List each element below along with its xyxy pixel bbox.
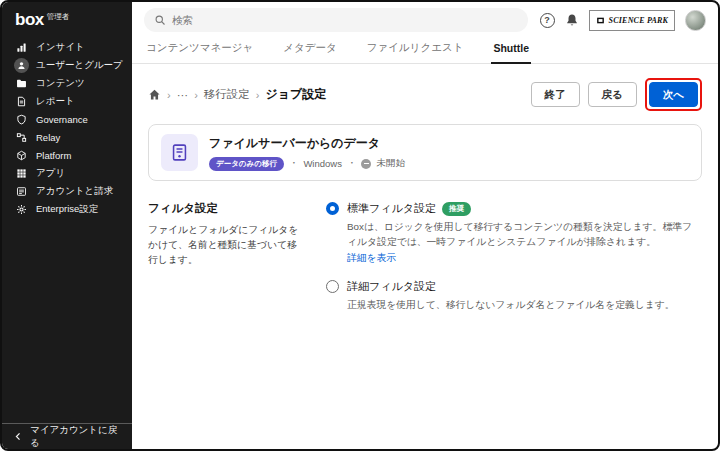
sidebar-item-label: アプリ — [36, 167, 65, 180]
sidebar-item-content[interactable]: コンテンツ — [2, 74, 132, 92]
breadcrumb-chevron: › — [167, 89, 171, 101]
org-logo-mark — [596, 16, 605, 25]
next-button[interactable]: 次へ — [649, 82, 698, 107]
meta-separator: ・ — [347, 157, 357, 170]
topbar-right: ? SCIENCE PARK — [540, 10, 706, 31]
users-icon — [14, 58, 29, 73]
sidebar-item-label: アカウントと請求 — [36, 185, 113, 198]
tabbar: コンテンツマネージャ メタデータ ファイルリクエスト Shuttle — [132, 38, 718, 64]
box-logo: box 管理者 — [2, 2, 132, 32]
workflow-icon — [14, 130, 29, 145]
advanced-filter-head: 詳細フィルタ設定 — [347, 279, 675, 294]
red-annotation-box: 次へ — [645, 78, 702, 111]
sidebar-item-enterprise-settings[interactable]: Enterprise設定 — [2, 200, 132, 218]
filter-options: 標準フィルタ設定 推奨 Boxは、ロジックを使用して移行するコンテンツの種類を決… — [326, 201, 702, 313]
sidebar: box 管理者 インサイト ユーザーとグループ コンテンツ — [2, 2, 132, 449]
advanced-filter-label[interactable]: 詳細フィルタ設定 — [347, 279, 436, 294]
sidebar-item-label: Platform — [36, 150, 71, 161]
filter-settings-label: フィルタ設定 — [148, 201, 300, 216]
standard-filter-label[interactable]: 標準フィルタ設定 — [347, 201, 436, 216]
page-content: › ··· › 移行設定 › ジョブ設定 終了 戻る 次へ — [132, 64, 718, 449]
job-status: 未開始 — [376, 157, 405, 170]
sidebar-item-insights[interactable]: インサイト — [2, 38, 132, 56]
sidebar-item-label: Governance — [36, 114, 88, 125]
breadcrumb-current: ジョブ設定 — [266, 86, 327, 103]
tab-metadata[interactable]: メタデータ — [281, 41, 338, 63]
sidebar-item-label: インサイト — [36, 41, 85, 54]
breadcrumb-chevron: › — [256, 89, 260, 101]
sidebar-item-label: コンテンツ — [36, 77, 85, 90]
migration-type-badge: データのみの移行 — [209, 157, 284, 171]
home-icon[interactable] — [148, 88, 161, 101]
search-icon — [154, 14, 166, 26]
job-meta: データのみの移行 ・ Windows ・ 未開始 — [209, 157, 405, 171]
search-box[interactable] — [144, 8, 528, 32]
back-to-my-account-label: マイアカウントに戻る — [30, 424, 121, 450]
topbar: ? SCIENCE PARK — [132, 2, 718, 38]
admin-console-window: box 管理者 インサイト ユーザーとグループ コンテンツ — [0, 0, 720, 451]
report-icon — [14, 94, 29, 109]
back-to-my-account[interactable]: マイアカウントに戻る — [2, 423, 132, 449]
standard-filter-option: 標準フィルタ設定 推奨 Boxは、ロジックを使用して移行するコンテンツの種類を決… — [326, 201, 702, 265]
sidebar-item-platform[interactable]: Platform — [2, 146, 132, 164]
main-area: ? SCIENCE PARK コンテンツマネージャ メタデータ ファイルリクエス… — [132, 2, 718, 449]
org-name: SCIENCE PARK — [609, 16, 668, 25]
sidebar-item-billing[interactable]: アカウントと請求 — [2, 182, 132, 200]
standard-filter-description: Boxは、ロジックを使用して移行するコンテンツの種類を決定します。標準フィルタ設… — [347, 220, 702, 249]
sidebar-item-label: レポート — [36, 95, 75, 108]
folder-icon — [14, 76, 29, 91]
breadcrumb-row: › ··· › 移行設定 › ジョブ設定 終了 戻る 次へ — [148, 78, 702, 111]
file-server-icon — [161, 134, 198, 171]
billing-icon — [14, 184, 29, 199]
box-logo-text: box — [15, 11, 44, 28]
search-input[interactable] — [172, 14, 518, 26]
sidebar-item-governance[interactable]: Governance — [2, 110, 132, 128]
action-buttons: 終了 戻る 次へ — [531, 78, 703, 111]
show-details-link[interactable]: 詳細を表示 — [347, 252, 702, 265]
job-platform: Windows — [303, 158, 342, 169]
gear-icon — [14, 202, 29, 217]
recommended-badge: 推奨 — [442, 202, 471, 216]
sidebar-item-apps[interactable]: アプリ — [2, 164, 132, 182]
breadcrumb-ellipsis[interactable]: ··· — [177, 89, 189, 101]
insights-icon — [14, 40, 29, 55]
sidebar-item-users-groups[interactable]: ユーザーとグループ — [2, 56, 132, 74]
status-not-started-icon — [361, 159, 371, 169]
chevron-left-icon — [13, 431, 24, 442]
breadcrumb-chevron: › — [194, 89, 198, 101]
sidebar-item-label: ユーザーとグループ — [36, 59, 123, 72]
back-button[interactable]: 戻る — [588, 82, 637, 107]
job-card-body: ファイルサーバーからのデータ データのみの移行 ・ Windows ・ 未開始 — [209, 135, 405, 171]
standard-filter-head: 標準フィルタ設定 推奨 — [347, 201, 702, 216]
breadcrumb: › ··· › 移行設定 › ジョブ設定 — [148, 86, 326, 103]
filter-settings-left: フィルタ設定 ファイルとフォルダにフィルタをかけて、名前と種類に基づいて移行しま… — [148, 201, 300, 313]
tab-file-request[interactable]: ファイルリクエスト — [365, 41, 466, 63]
meta-separator: ・ — [289, 157, 299, 170]
exit-button[interactable]: 終了 — [531, 82, 580, 107]
shield-icon — [14, 112, 29, 127]
advanced-filter-description: 正規表現を使用して、移行しないフォルダ名とファイル名を定義します。 — [347, 298, 675, 313]
grid-icon — [14, 166, 29, 181]
advanced-filter-radio[interactable] — [326, 280, 339, 293]
avatar[interactable] — [685, 10, 706, 31]
tab-content-manager[interactable]: コンテンツマネージャ — [144, 41, 255, 63]
admin-badge: 管理者 — [47, 12, 70, 22]
sidebar-item-label: Enterprise設定 — [36, 203, 98, 216]
standard-filter-radio[interactable] — [326, 202, 339, 215]
standard-filter-body: 標準フィルタ設定 推奨 Boxは、ロジックを使用して移行するコンテンツの種類を決… — [347, 201, 702, 265]
bell-icon[interactable] — [565, 13, 579, 27]
filter-settings-section: フィルタ設定 ファイルとフォルダにフィルタをかけて、名前と種類に基づいて移行しま… — [148, 201, 702, 313]
migration-job-card: ファイルサーバーからのデータ データのみの移行 ・ Windows ・ 未開始 — [148, 124, 702, 181]
help-icon[interactable]: ? — [540, 13, 555, 28]
breadcrumb-migration-settings[interactable]: 移行設定 — [204, 87, 250, 102]
sidebar-item-label: Relay — [36, 132, 60, 143]
sidebar-item-reports[interactable]: レポート — [2, 92, 132, 110]
advanced-filter-body: 詳細フィルタ設定 正規表現を使用して、移行しないフォルダ名とファイル名を定義しま… — [347, 279, 675, 313]
sidebar-nav: インサイト ユーザーとグループ コンテンツ レポート — [2, 32, 132, 218]
advanced-filter-option: 詳細フィルタ設定 正規表現を使用して、移行しないフォルダ名とファイル名を定義しま… — [326, 279, 702, 313]
org-logo-badge: SCIENCE PARK — [589, 10, 675, 31]
tab-shuttle[interactable]: Shuttle — [491, 42, 531, 64]
cube-icon — [14, 148, 29, 163]
sidebar-item-relay[interactable]: Relay — [2, 128, 132, 146]
job-title: ファイルサーバーからのデータ — [209, 135, 405, 152]
